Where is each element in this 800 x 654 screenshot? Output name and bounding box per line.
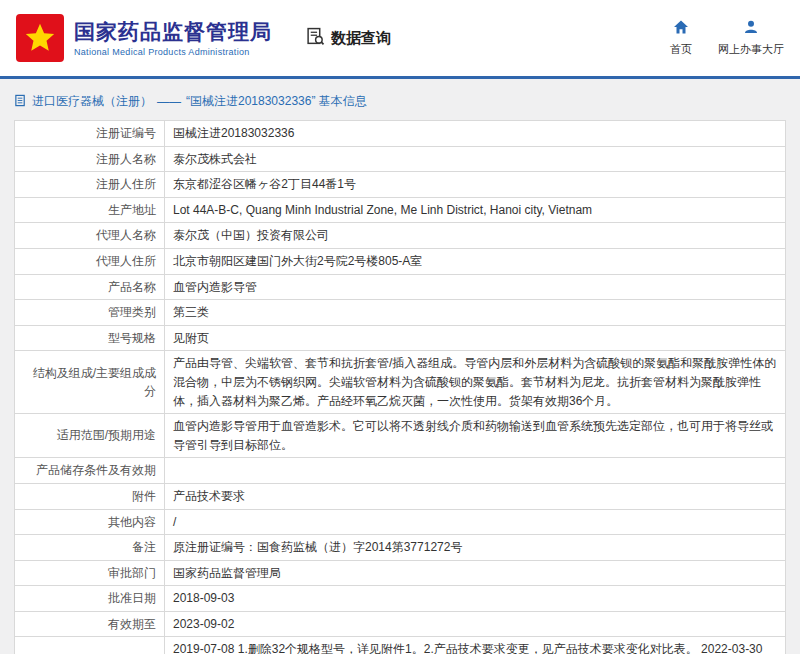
section-label: 数据查询 [331, 29, 391, 48]
table-row: 代理人住所 北京市朝阳区建国门外大街2号院2号楼805-A室 [15, 248, 786, 274]
row-label: 代理人住所 [15, 248, 165, 274]
top-nav: 首页 网上办事大厅 [670, 19, 784, 57]
registration-info-table: 注册证编号 国械注进20183032336 注册人名称 泰尔茂株式会社 注册人住… [14, 120, 786, 654]
table-row: 备注 原注册证编号：国食药监械（进）字2014第3771272号 [15, 535, 786, 561]
row-label: 代理人名称 [15, 223, 165, 249]
table-row: 型号规格 见附页 [15, 325, 786, 351]
header: 国家药品监督管理局 National Medical Products Admi… [0, 0, 800, 76]
row-value: 2018-09-03 [165, 586, 786, 612]
breadcrumb: 进口医疗器械（注册） —— “国械注进20183032336” 基本信息 [14, 93, 786, 110]
brand: 国家药品监督管理局 National Medical Products Admi… [16, 14, 272, 62]
table-row: 批准日期 2018-09-03 [15, 586, 786, 612]
row-value: 国械注进20183032336 [165, 121, 786, 147]
row-label: 生产地址 [15, 197, 165, 223]
row-label: 管理类别 [15, 300, 165, 326]
site-title: 国家药品监督管理局 [74, 19, 272, 44]
table-row: 管理类别 第三类 [15, 300, 786, 326]
row-value: 2023-09-02 [165, 611, 786, 637]
table-row: 生产地址 Lot 44A-B-C, Quang Minh Industrial … [15, 197, 786, 223]
row-label: 附件 [15, 483, 165, 509]
site-subtitle: National Medical Products Administration [74, 47, 272, 57]
table-row: 代理人名称 泰尔茂（中国）投资有限公司 [15, 223, 786, 249]
row-value [165, 458, 786, 484]
section-data-query: 数据查询 [306, 27, 391, 49]
breadcrumb-separator: —— [157, 95, 181, 109]
table-row: 附件 产品技术要求 [15, 483, 786, 509]
table-row: 变更情况 2019-07-08 1.删除32个规格型号，详见附件1。2.产品技术… [15, 637, 786, 654]
nav-service-hall[interactable]: 网上办事大厅 [718, 19, 784, 57]
row-value: / [165, 509, 786, 535]
nav-home-label: 首页 [670, 42, 692, 57]
row-value: 国家药品监督管理局 [165, 560, 786, 586]
row-label: 产品储存条件及有效期 [15, 458, 165, 484]
row-label: 注册证编号 [15, 121, 165, 147]
table-row: 产品名称 血管内造影导管 [15, 274, 786, 300]
table-row: 适用范围/预期用途 血管内造影导管用于血管造影术。它可以将不透射线介质和药物输送… [15, 414, 786, 458]
data-query-icon [306, 27, 325, 49]
table-row: 注册人名称 泰尔茂株式会社 [15, 146, 786, 172]
row-value: 产品技术要求 [165, 483, 786, 509]
row-label: 适用范围/预期用途 [15, 414, 165, 458]
row-value: 原注册证编号：国食药监械（进）字2014第3771272号 [165, 535, 786, 561]
home-icon [673, 19, 689, 39]
row-label: 变更情况 [15, 637, 165, 654]
breadcrumb-category[interactable]: 进口医疗器械（注册） [32, 93, 152, 110]
row-value: 血管内造影导管用于血管造影术。它可以将不透射线介质和药物输送到血管系统预先选定部… [165, 414, 786, 458]
row-label: 其他内容 [15, 509, 165, 535]
main-content: 进口医疗器械（注册） —— “国械注进20183032336” 基本信息 注册证… [0, 79, 800, 654]
document-icon [14, 94, 27, 110]
brand-titles: 国家药品监督管理局 National Medical Products Admi… [74, 19, 272, 56]
table-row: 产品储存条件及有效期 [15, 458, 786, 484]
table-row: 其他内容 / [15, 509, 786, 535]
row-value: 泰尔茂株式会社 [165, 146, 786, 172]
row-label: 审批部门 [15, 560, 165, 586]
user-icon [743, 19, 759, 39]
row-value: 北京市朝阳区建国门外大街2号院2号楼805-A室 [165, 248, 786, 274]
row-value: 血管内造影导管 [165, 274, 786, 300]
breadcrumb-title: “国械注进20183032336” 基本信息 [186, 93, 367, 110]
row-label: 备注 [15, 535, 165, 561]
row-value: 见附页 [165, 325, 786, 351]
row-label: 有效期至 [15, 611, 165, 637]
nav-service-hall-label: 网上办事大厅 [718, 42, 784, 57]
table-row: 审批部门 国家药品监督管理局 [15, 560, 786, 586]
row-value: 2019-07-08 1.删除32个规格型号，详见附件1。2.产品技术要求变更，… [165, 637, 786, 654]
nmpa-logo-icon [16, 14, 64, 62]
row-value: 泰尔茂（中国）投资有限公司 [165, 223, 786, 249]
row-value: 第三类 [165, 300, 786, 326]
row-value: 东京都涩谷区幡ヶ谷2丁目44番1号 [165, 172, 786, 198]
row-value: 产品由导管、尖端软管、套节和抗折套管/插入器组成。导管内层和外层材料为含硫酸钡的… [165, 351, 786, 414]
row-label: 型号规格 [15, 325, 165, 351]
row-label: 结构及组成/主要组成成分 [15, 351, 165, 414]
row-label: 注册人名称 [15, 146, 165, 172]
table-row: 注册人住所 东京都涩谷区幡ヶ谷2丁目44番1号 [15, 172, 786, 198]
table-row: 结构及组成/主要组成成分 产品由导管、尖端软管、套节和抗折套管/插入器组成。导管… [15, 351, 786, 414]
table-row: 有效期至 2023-09-02 [15, 611, 786, 637]
row-label: 批准日期 [15, 586, 165, 612]
row-value: Lot 44A-B-C, Quang Minh Industrial Zone,… [165, 197, 786, 223]
table-row: 注册证编号 国械注进20183032336 [15, 121, 786, 147]
row-label: 注册人住所 [15, 172, 165, 198]
nav-home[interactable]: 首页 [670, 19, 692, 57]
row-label: 产品名称 [15, 274, 165, 300]
